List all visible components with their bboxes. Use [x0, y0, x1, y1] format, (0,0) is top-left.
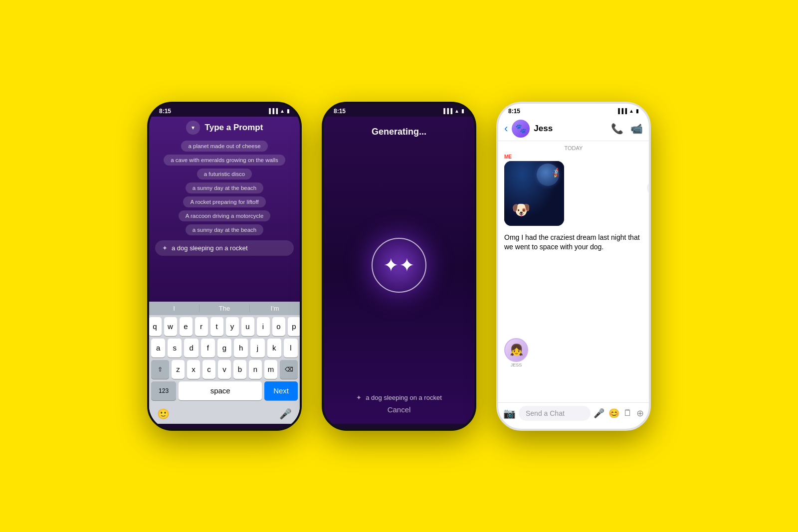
share-button[interactable]: ↩ [647, 181, 649, 195]
phone-call-icon[interactable]: 📞 [611, 123, 623, 135]
message-with-image: 🚀 🐶 ↩ [504, 161, 643, 229]
key-p[interactable]: p [288, 317, 301, 336]
add-icon[interactable]: ⊕ [636, 408, 644, 419]
key-r[interactable]: r [195, 317, 208, 336]
phone-3: 8:15 ▐▐▐ ▲ ▮ ‹ 🐾 Jess 📞 📹 TODAY ME [496, 102, 651, 431]
key-a[interactable]: a [151, 339, 165, 357]
battery-icon-2: ▮ [461, 108, 464, 114]
keyboard: I The I'm q w e r t y u i o p a [149, 302, 300, 424]
key-y[interactable]: y [226, 317, 239, 336]
key-o[interactable]: o [272, 317, 285, 336]
chat-header: ‹ 🐾 Jess 📞 📹 [498, 117, 649, 141]
key-x[interactable]: x [187, 360, 200, 379]
key-n[interactable]: n [249, 360, 262, 379]
generating-title: Generating... [372, 127, 426, 137]
chat-body: TODAY ME 🚀 🐶 ↩ Omg I had the craziest dr… [498, 141, 649, 402]
jess-avatar: 👧 [504, 338, 528, 362]
keyboard-bottom-bar: 🙂 🎤 [149, 406, 300, 424]
camera-icon[interactable]: 📷 [503, 407, 516, 419]
battery-icon-3: ▮ [636, 108, 639, 114]
chat-input-icons: 🎤 😊 🗒 ⊕ [594, 408, 644, 419]
key-s[interactable]: s [168, 339, 182, 357]
key-f[interactable]: f [201, 339, 215, 357]
microphone-chat-icon[interactable]: 🎤 [594, 408, 604, 419]
suggestion-2[interactable]: a cave with emeralds growing on the wall… [164, 155, 285, 166]
key-d[interactable]: d [184, 339, 198, 357]
key-space[interactable]: space [179, 381, 262, 400]
suggestion-3[interactable]: a futuristic disco [197, 169, 252, 179]
wifi-icon-2: ▲ [454, 108, 459, 114]
key-k[interactable]: k [267, 339, 281, 357]
suggestion-4[interactable]: a sunny day at the beach [186, 182, 264, 193]
emoji-chat-icon[interactable]: 😊 [608, 408, 619, 419]
key-b[interactable]: b [233, 360, 246, 379]
key-m[interactable]: m [264, 360, 277, 379]
sparkle-icon: ✦ [162, 244, 168, 252]
predictive-word-3[interactable]: I'm [250, 305, 300, 312]
back-button[interactable]: ‹ [504, 122, 508, 135]
status-bar-3: 8:15 ▐▐▐ ▲ ▮ [498, 104, 649, 117]
space-scene: 🚀 🐶 [504, 161, 564, 226]
predictive-word-1[interactable]: I [149, 305, 200, 312]
phone-1: 8:15 ▐▐▐ ▲ ▮ ▾ Type a Prompt a planet ma… [147, 102, 302, 431]
key-h[interactable]: h [234, 339, 248, 357]
key-t[interactable]: t [210, 317, 223, 336]
key-row-2: a s d f g h j k l [151, 339, 298, 357]
key-delete[interactable]: ⌫ [280, 360, 298, 379]
suggestion-1[interactable]: a planet made out of cheese [181, 141, 267, 152]
prompt-input-text: a dog sleeping on a rocket [172, 244, 287, 252]
generating-screen: Generating... ✦✦ ✦ a dog sleeping on a r… [324, 117, 474, 424]
key-u[interactable]: u [241, 317, 254, 336]
key-w[interactable]: w [164, 317, 177, 336]
suggestion-5[interactable]: A rocket preparing for liftoff [183, 196, 265, 207]
time-1: 8:15 [159, 108, 171, 115]
message-text: Omg I had the craziest dream last night … [504, 233, 640, 251]
prompt-screen: ▾ Type a Prompt a planet made out of che… [149, 117, 300, 424]
prompt-input-container[interactable]: ✦ a dog sleeping on a rocket [155, 240, 294, 256]
chat-input-bar: 📷 Send a Chat 🎤 😊 🗒 ⊕ [498, 402, 649, 424]
signal-icons-3: ▐▐▐ ▲ ▮ [616, 108, 639, 114]
key-shift[interactable]: ⇧ [151, 360, 169, 379]
emoji-icon[interactable]: 🙂 [157, 408, 170, 420]
glow-container: ✦✦ [372, 137, 426, 394]
space-dog-image: 🚀 🐶 [504, 161, 564, 226]
key-i[interactable]: i [257, 317, 270, 336]
contact-name: Jess [534, 124, 607, 134]
gen-input-area: ✦ a dog sleeping on a rocket [346, 394, 452, 401]
wifi-icon: ▲ [280, 108, 285, 114]
status-bar-1: 8:15 ▐▐▐ ▲ ▮ [149, 104, 300, 117]
key-v[interactable]: v [218, 360, 231, 379]
sticker-icon[interactable]: 🗒 [623, 408, 632, 418]
chevron-down-button[interactable]: ▾ [186, 121, 200, 135]
phone-2: 8:15 ▐▐▐ ▲ ▮ Generating... ✦✦ ✦ a dog sl… [322, 102, 476, 431]
chat-input[interactable]: Send a Chat [519, 406, 591, 421]
key-numbers[interactable]: 123 [151, 381, 176, 400]
cancel-button[interactable]: Cancel [388, 405, 411, 414]
gen-prompt-text: a dog sleeping on a rocket [366, 394, 442, 401]
contact-avatar: 🐾 [512, 120, 530, 138]
time-2: 8:15 [334, 108, 346, 115]
header-actions: 📞 📹 [611, 123, 643, 135]
key-next[interactable]: Next [264, 381, 298, 400]
suggestions-list: a planet made out of cheese a cave with … [149, 141, 300, 235]
suggestion-7[interactable]: a sunny day at the beach [186, 224, 264, 235]
signal-icons-2: ▐▐▐ ▲ ▮ [442, 108, 464, 114]
message-text-container: Omg I had the craziest dream last night … [504, 233, 643, 252]
predictive-bar: I The I'm [149, 302, 300, 315]
key-z[interactable]: z [172, 360, 185, 379]
predictive-word-2[interactable]: The [200, 305, 250, 312]
key-j[interactable]: j [250, 339, 264, 357]
key-q[interactable]: q [149, 317, 162, 336]
video-call-icon[interactable]: 📹 [630, 123, 643, 135]
key-g[interactable]: g [217, 339, 231, 357]
microphone-icon[interactable]: 🎤 [279, 408, 292, 420]
chat-placeholder: Send a Chat [526, 409, 565, 417]
battery-icon: ▮ [287, 108, 290, 114]
key-e[interactable]: e [180, 317, 193, 336]
key-row-4: 123 space Next [151, 381, 298, 400]
key-l[interactable]: l [284, 339, 298, 357]
sparkle-stars-icon: ✦✦ [383, 254, 415, 276]
time-3: 8:15 [508, 108, 520, 115]
suggestion-6[interactable]: A raccoon driving a motorcycle [179, 210, 271, 221]
key-c[interactable]: c [202, 360, 215, 379]
